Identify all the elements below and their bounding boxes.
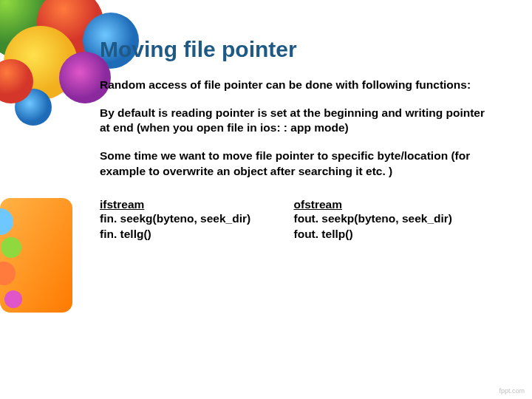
ofstream-header: ofstream bbox=[294, 198, 488, 211]
paragraph-3: Some time we want to move file pointer t… bbox=[100, 149, 488, 178]
slide-title: Moving file pointer bbox=[100, 37, 488, 61]
paragraph-2: By default is reading pointer is set at … bbox=[100, 106, 488, 135]
footer-credit: fppt.com bbox=[499, 387, 525, 395]
svg-point-11 bbox=[4, 290, 22, 308]
slide-content: Moving file pointer Random access of fil… bbox=[0, 0, 532, 242]
ifstream-header: ifstream bbox=[100, 198, 294, 211]
ifstream-seekg: fin. seekg(byteno, seek_dir) bbox=[100, 211, 294, 227]
ofstream-seekp: fout. seekp(byteno, seek_dir) bbox=[294, 211, 488, 227]
ifstream-tellg: fin. tellg() bbox=[100, 227, 294, 242]
ofstream-tellp: fout. tellp() bbox=[294, 227, 488, 242]
paragraph-1: Random access of file pointer can be don… bbox=[100, 78, 488, 92]
code-columns: ifstream fin. seekg(byteno, seek_dir) fi… bbox=[100, 198, 488, 242]
ofstream-column: ofstream fout. seekp(byteno, seek_dir) f… bbox=[294, 198, 488, 242]
ifstream-column: ifstream fin. seekg(byteno, seek_dir) fi… bbox=[100, 198, 294, 242]
